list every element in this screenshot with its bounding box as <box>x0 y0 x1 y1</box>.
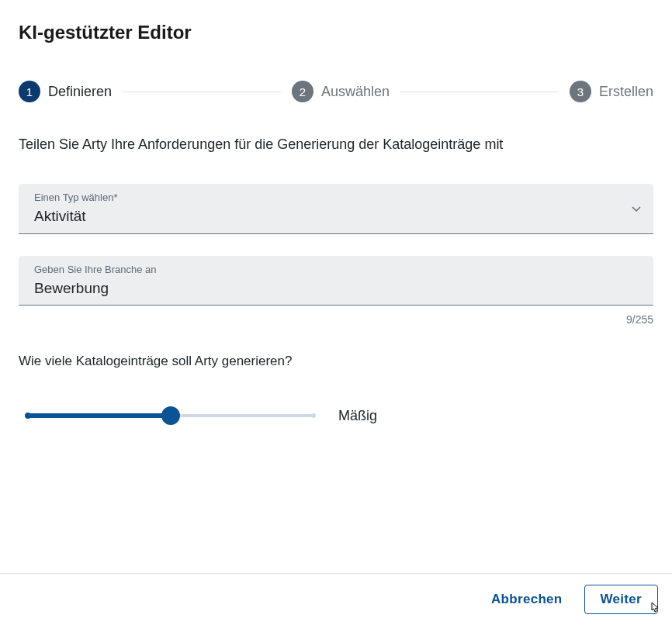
step-number-1: 1 <box>19 81 40 102</box>
next-button[interactable]: Weiter <box>584 585 658 614</box>
step-create: 3 Erstellen <box>570 81 653 102</box>
slider-fill <box>26 413 171 418</box>
step-select: 2 Auswählen <box>292 81 390 102</box>
industry-input[interactable]: Geben Sie Ihre Branche an Bewerbung <box>19 256 653 306</box>
slider-question: Wie viele Katalogeinträge soll Arty gene… <box>19 354 653 369</box>
industry-char-count: 9/255 <box>19 313 653 326</box>
step-label-3: Erstellen <box>599 84 653 100</box>
step-divider <box>123 92 281 92</box>
slider-thumb[interactable] <box>161 406 180 425</box>
instruction-text: Teilen Sie Arty Ihre Anforderungen für d… <box>19 136 653 153</box>
step-label-2: Auswählen <box>321 84 390 100</box>
step-divider <box>400 92 559 92</box>
footer: Abbrechen Weiter <box>0 573 672 625</box>
stepper: 1 Definieren 2 Auswählen 3 Erstellen <box>19 81 653 102</box>
step-number-3: 3 <box>570 81 591 102</box>
industry-input-value: Bewerbung <box>34 278 641 299</box>
step-number-2: 2 <box>292 81 313 102</box>
type-select-value: Aktivität <box>34 206 117 227</box>
cancel-button[interactable]: Abbrechen <box>491 592 563 607</box>
type-select[interactable]: Einen Typ wählen* Aktivität <box>19 184 653 234</box>
chevron-down-icon <box>632 204 641 215</box>
industry-input-label: Geben Sie Ihre Branche an <box>34 264 641 275</box>
type-select-label: Einen Typ wählen* <box>34 192 117 203</box>
slider-value-label: Mäßig <box>338 408 377 424</box>
step-define: 1 Definieren <box>19 81 112 102</box>
page-title: KI-gestützter Editor <box>19 22 653 43</box>
entries-slider[interactable] <box>26 406 315 425</box>
step-label-1: Definieren <box>48 84 112 100</box>
